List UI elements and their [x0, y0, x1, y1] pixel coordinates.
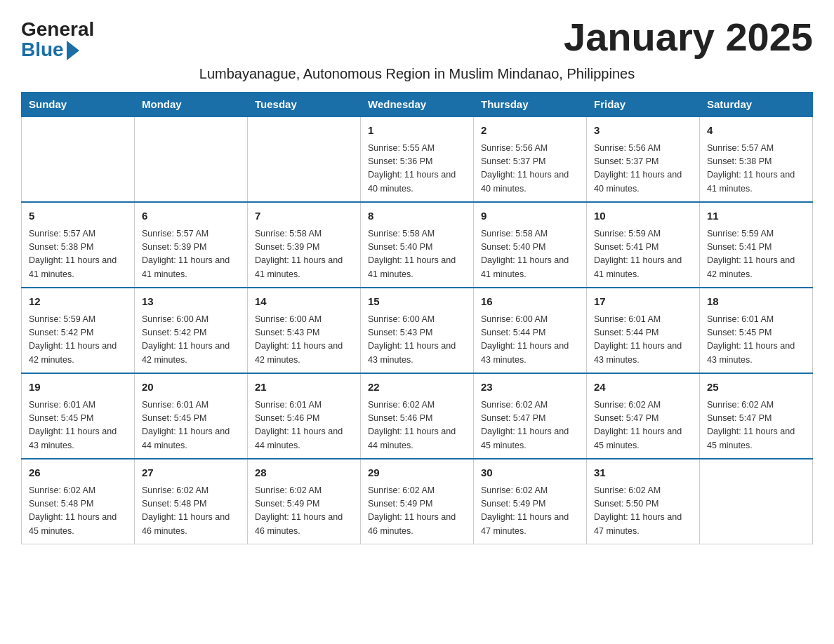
day-info: Sunrise: 6:02 AM Sunset: 5:49 PM Dayligh…	[481, 484, 579, 539]
calendar-cell: 7Sunrise: 5:58 AM Sunset: 5:39 PM Daylig…	[248, 202, 361, 288]
calendar-cell: 3Sunrise: 5:56 AM Sunset: 5:37 PM Daylig…	[587, 116, 700, 202]
calendar-cell: 30Sunrise: 6:02 AM Sunset: 5:49 PM Dayli…	[474, 459, 587, 544]
day-number: 13	[142, 294, 240, 310]
column-header-sunday: Sunday	[22, 93, 135, 117]
day-number: 7	[255, 208, 353, 224]
week-row-3: 12Sunrise: 5:59 AM Sunset: 5:42 PM Dayli…	[22, 288, 813, 373]
day-info: Sunrise: 5:58 AM Sunset: 5:40 PM Dayligh…	[368, 227, 466, 282]
calendar-cell: 24Sunrise: 6:02 AM Sunset: 5:47 PM Dayli…	[587, 373, 700, 459]
day-number: 20	[142, 380, 240, 396]
day-number: 24	[594, 380, 692, 396]
day-info: Sunrise: 6:02 AM Sunset: 5:50 PM Dayligh…	[594, 484, 692, 539]
calendar-header-row: SundayMondayTuesdayWednesdayThursdayFrid…	[22, 93, 813, 117]
calendar-cell: 1Sunrise: 5:55 AM Sunset: 5:36 PM Daylig…	[361, 116, 474, 202]
day-info: Sunrise: 5:58 AM Sunset: 5:40 PM Dayligh…	[481, 227, 579, 282]
day-info: Sunrise: 6:02 AM Sunset: 5:48 PM Dayligh…	[142, 484, 240, 539]
day-info: Sunrise: 5:57 AM Sunset: 5:38 PM Dayligh…	[29, 227, 127, 282]
day-info: Sunrise: 6:02 AM Sunset: 5:47 PM Dayligh…	[481, 398, 579, 453]
day-info: Sunrise: 6:01 AM Sunset: 5:45 PM Dayligh…	[29, 398, 127, 453]
day-number: 4	[707, 123, 805, 139]
calendar-cell: 10Sunrise: 5:59 AM Sunset: 5:41 PM Dayli…	[587, 202, 700, 288]
day-number: 26	[29, 465, 127, 481]
column-header-friday: Friday	[587, 93, 700, 117]
calendar-cell: 4Sunrise: 5:57 AM Sunset: 5:38 PM Daylig…	[700, 116, 813, 202]
calendar-cell: 28Sunrise: 6:02 AM Sunset: 5:49 PM Dayli…	[248, 459, 361, 544]
day-info: Sunrise: 6:02 AM Sunset: 5:47 PM Dayligh…	[707, 398, 805, 453]
day-info: Sunrise: 6:02 AM Sunset: 5:49 PM Dayligh…	[255, 484, 353, 539]
day-number: 6	[142, 208, 240, 224]
day-number: 22	[368, 380, 466, 396]
day-info: Sunrise: 6:01 AM Sunset: 5:45 PM Dayligh…	[142, 398, 240, 453]
day-info: Sunrise: 6:01 AM Sunset: 5:45 PM Dayligh…	[707, 313, 805, 368]
day-number: 5	[29, 208, 127, 224]
calendar-cell: 2Sunrise: 5:56 AM Sunset: 5:37 PM Daylig…	[474, 116, 587, 202]
day-number: 1	[368, 123, 466, 139]
day-info: Sunrise: 6:00 AM Sunset: 5:44 PM Dayligh…	[481, 313, 579, 368]
day-number: 8	[368, 208, 466, 224]
calendar-cell	[248, 116, 361, 202]
calendar-cell: 23Sunrise: 6:02 AM Sunset: 5:47 PM Dayli…	[474, 373, 587, 459]
calendar-cell: 5Sunrise: 5:57 AM Sunset: 5:38 PM Daylig…	[22, 202, 135, 288]
calendar-cell: 19Sunrise: 6:01 AM Sunset: 5:45 PM Dayli…	[22, 373, 135, 459]
calendar-cell: 26Sunrise: 6:02 AM Sunset: 5:48 PM Dayli…	[22, 459, 135, 544]
day-info: Sunrise: 6:02 AM Sunset: 5:46 PM Dayligh…	[368, 398, 466, 453]
day-info: Sunrise: 6:02 AM Sunset: 5:48 PM Dayligh…	[29, 484, 127, 539]
day-info: Sunrise: 6:00 AM Sunset: 5:43 PM Dayligh…	[255, 313, 353, 368]
day-number: 23	[481, 380, 579, 396]
column-header-monday: Monday	[135, 93, 248, 117]
logo-general-text: General	[21, 20, 94, 39]
day-number: 12	[29, 294, 127, 310]
calendar-cell: 18Sunrise: 6:01 AM Sunset: 5:45 PM Dayli…	[700, 288, 813, 373]
column-header-tuesday: Tuesday	[248, 93, 361, 117]
day-number: 11	[707, 208, 805, 224]
day-info: Sunrise: 5:59 AM Sunset: 5:41 PM Dayligh…	[594, 227, 692, 282]
day-number: 17	[594, 294, 692, 310]
header: General Blue January 2025	[21, 14, 813, 60]
calendar-cell: 13Sunrise: 6:00 AM Sunset: 5:42 PM Dayli…	[135, 288, 248, 373]
day-number: 28	[255, 465, 353, 481]
day-info: Sunrise: 6:02 AM Sunset: 5:47 PM Dayligh…	[594, 398, 692, 453]
calendar-table: SundayMondayTuesdayWednesdayThursdayFrid…	[21, 92, 813, 544]
calendar-cell: 8Sunrise: 5:58 AM Sunset: 5:40 PM Daylig…	[361, 202, 474, 288]
day-number: 31	[594, 465, 692, 481]
day-number: 25	[707, 380, 805, 396]
day-number: 27	[142, 465, 240, 481]
calendar-cell	[135, 116, 248, 202]
calendar-cell: 31Sunrise: 6:02 AM Sunset: 5:50 PM Dayli…	[587, 459, 700, 544]
calendar-cell: 14Sunrise: 6:00 AM Sunset: 5:43 PM Dayli…	[248, 288, 361, 373]
calendar-cell: 15Sunrise: 6:00 AM Sunset: 5:43 PM Dayli…	[361, 288, 474, 373]
day-number: 2	[481, 123, 579, 139]
calendar-cell: 6Sunrise: 5:57 AM Sunset: 5:39 PM Daylig…	[135, 202, 248, 288]
day-number: 15	[368, 294, 466, 310]
day-number: 21	[255, 380, 353, 396]
calendar-cell: 16Sunrise: 6:00 AM Sunset: 5:44 PM Dayli…	[474, 288, 587, 373]
calendar-cell: 20Sunrise: 6:01 AM Sunset: 5:45 PM Dayli…	[135, 373, 248, 459]
calendar-cell	[22, 116, 135, 202]
week-row-1: 1Sunrise: 5:55 AM Sunset: 5:36 PM Daylig…	[22, 116, 813, 202]
day-number: 10	[594, 208, 692, 224]
logo-blue-text: Blue	[21, 39, 79, 60]
day-number: 9	[481, 208, 579, 224]
day-info: Sunrise: 5:58 AM Sunset: 5:39 PM Dayligh…	[255, 227, 353, 282]
day-number: 19	[29, 380, 127, 396]
day-info: Sunrise: 5:57 AM Sunset: 5:38 PM Dayligh…	[707, 142, 805, 196]
calendar-cell: 27Sunrise: 6:02 AM Sunset: 5:48 PM Dayli…	[135, 459, 248, 544]
day-info: Sunrise: 5:59 AM Sunset: 5:41 PM Dayligh…	[707, 227, 805, 282]
calendar-cell: 12Sunrise: 5:59 AM Sunset: 5:42 PM Dayli…	[22, 288, 135, 373]
day-number: 14	[255, 294, 353, 310]
calendar-cell: 17Sunrise: 6:01 AM Sunset: 5:44 PM Dayli…	[587, 288, 700, 373]
day-info: Sunrise: 6:01 AM Sunset: 5:44 PM Dayligh…	[594, 313, 692, 368]
week-row-2: 5Sunrise: 5:57 AM Sunset: 5:38 PM Daylig…	[22, 202, 813, 288]
day-info: Sunrise: 6:02 AM Sunset: 5:49 PM Dayligh…	[368, 484, 466, 539]
calendar-cell: 9Sunrise: 5:58 AM Sunset: 5:40 PM Daylig…	[474, 202, 587, 288]
day-info: Sunrise: 5:59 AM Sunset: 5:42 PM Dayligh…	[29, 313, 127, 368]
month-title: January 2025	[564, 14, 813, 60]
day-info: Sunrise: 5:57 AM Sunset: 5:39 PM Dayligh…	[142, 227, 240, 282]
calendar-cell	[700, 459, 813, 544]
day-info: Sunrise: 6:01 AM Sunset: 5:46 PM Dayligh…	[255, 398, 353, 453]
day-info: Sunrise: 5:56 AM Sunset: 5:37 PM Dayligh…	[481, 142, 579, 196]
page-subtitle: Lumbayanague, Autonomous Region in Musli…	[21, 66, 813, 82]
column-header-saturday: Saturday	[700, 93, 813, 117]
calendar-cell: 22Sunrise: 6:02 AM Sunset: 5:46 PM Dayli…	[361, 373, 474, 459]
day-number: 30	[481, 465, 579, 481]
